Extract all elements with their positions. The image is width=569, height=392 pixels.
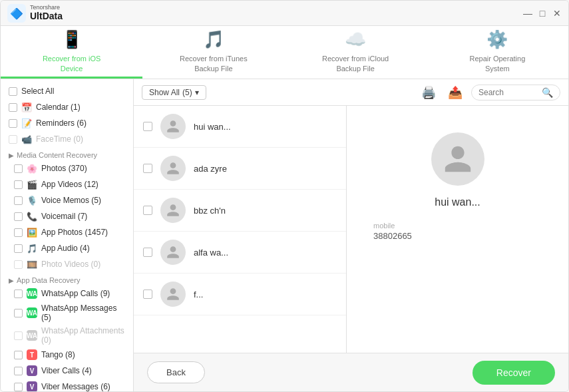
whatsapp-messages-icon: WA xyxy=(27,307,37,318)
sidebar-select-all[interactable]: Select All xyxy=(1,83,133,99)
nav-item-ios-device[interactable]: 📱 Recover from iOSDevice xyxy=(1,26,142,79)
app-audio-checkbox[interactable] xyxy=(14,244,23,253)
calendar-icon: 📅 xyxy=(21,102,32,112)
nav-label-itunes: Recover from iTunesBackup File xyxy=(180,54,248,73)
sidebar-item-viber-messages[interactable]: V Viber Messages (6) xyxy=(1,379,133,391)
person-icon xyxy=(166,161,180,176)
photos-label: Photos (370) xyxy=(41,164,87,173)
whatsapp-calls-icon: WA xyxy=(27,288,37,299)
contact-row-5[interactable]: f... xyxy=(134,274,346,315)
contact-row-1[interactable]: hui wan... xyxy=(134,106,346,148)
show-all-button[interactable]: Show All (5) ▾ xyxy=(142,85,206,100)
recover-button[interactable]: Recover xyxy=(473,361,555,385)
viber-calls-checkbox[interactable] xyxy=(14,367,23,375)
media-section-label: Media Content Recovery xyxy=(17,151,97,159)
export-button[interactable]: 📤 xyxy=(445,84,466,101)
search-input[interactable] xyxy=(478,88,538,97)
sidebar: Select All 📅 Calendar (1) 📝 Reminders (6… xyxy=(1,79,134,391)
photo-videos-checkbox[interactable] xyxy=(14,260,23,269)
facetime-icon: 📹 xyxy=(21,134,32,144)
viber-messages-icon: V xyxy=(27,381,37,391)
photos-checkbox[interactable] xyxy=(14,164,23,173)
list-detail: hui wan... ada zyre bb xyxy=(134,106,568,353)
nav-bar: 📱 Recover from iOSDevice 🎵 Recover from … xyxy=(1,26,568,79)
ios-device-icon: 📱 xyxy=(61,29,83,50)
calendar-checkbox[interactable] xyxy=(9,103,17,112)
sidebar-item-facetime[interactable]: 📹 FaceTime (0) xyxy=(1,131,133,147)
sidebar-item-app-audio[interactable]: 🎵 App Audio (4) xyxy=(1,240,133,256)
logo-text: Tenorshare UltData xyxy=(30,5,63,21)
sidebar-item-viber-calls[interactable]: V Viber Calls (4) xyxy=(1,363,133,379)
contact-row-4[interactable]: alfa wa... xyxy=(134,232,346,274)
voicemail-icon: 📞 xyxy=(27,211,37,222)
select-all-label: Select All xyxy=(21,87,54,96)
minimize-button[interactable]: — xyxy=(523,9,532,18)
sidebar-item-photos[interactable]: 🌸 Photos (370) xyxy=(1,160,133,176)
brand-bottom: UltData xyxy=(30,11,63,21)
contacts-list: hui wan... ada zyre bb xyxy=(134,106,347,353)
back-button[interactable]: Back xyxy=(147,361,205,383)
svg-text:🔷: 🔷 xyxy=(10,7,23,20)
contact-3-checkbox[interactable] xyxy=(143,206,152,215)
viber-calls-icon: V xyxy=(27,365,37,376)
media-section-header: ▶ Media Content Recovery xyxy=(1,147,133,160)
person-icon xyxy=(166,287,180,301)
logo-icon: 🔷 xyxy=(7,4,26,23)
whatsapp-messages-checkbox[interactable] xyxy=(14,309,23,317)
bottom-bar: Back Recover xyxy=(134,353,568,391)
search-box[interactable]: 🔍 xyxy=(471,85,560,100)
nav-item-icloud-backup[interactable]: ☁️ Recover from iCloudBackup File xyxy=(285,26,427,79)
sidebar-item-tango[interactable]: T Tango (8) xyxy=(1,347,133,363)
sidebar-item-photo-videos[interactable]: 🎞️ Photo Videos (0) xyxy=(1,256,133,272)
person-icon xyxy=(166,245,180,260)
detail-avatar xyxy=(431,132,484,186)
reminders-icon: 📝 xyxy=(21,118,32,128)
app-photos-icon: 🖼️ xyxy=(27,227,37,238)
viber-messages-checkbox[interactable] xyxy=(14,383,23,391)
nav-item-itunes-backup[interactable]: 🎵 Recover from iTunesBackup File xyxy=(142,26,284,79)
photo-videos-label: Photo Videos (0) xyxy=(41,260,100,269)
app-photos-checkbox[interactable] xyxy=(14,228,23,237)
show-all-count: (5) xyxy=(182,88,192,97)
nav-item-repair-os[interactable]: ⚙️ Repair OperatingSystem xyxy=(427,26,568,79)
whatsapp-calls-checkbox[interactable] xyxy=(14,290,23,298)
contact-1-checkbox[interactable] xyxy=(143,122,152,131)
detail-field-value: 38802665 xyxy=(373,231,412,241)
sidebar-item-reminders[interactable]: 📝 Reminders (6) xyxy=(1,115,133,131)
contact-4-checkbox[interactable] xyxy=(143,248,152,257)
whatsapp-attachments-checkbox[interactable] xyxy=(14,331,23,340)
contact-row-2[interactable]: ada zyre xyxy=(134,148,346,190)
print-button[interactable]: 🖨️ xyxy=(418,84,439,101)
sidebar-item-whatsapp-attachments[interactable]: WA WhatsApp Attachments (0) xyxy=(1,324,133,347)
voice-memos-checkbox[interactable] xyxy=(14,196,23,205)
sidebar-item-whatsapp-messages[interactable]: WA WhatsApp Messages (5) xyxy=(1,301,133,324)
sidebar-item-whatsapp-calls[interactable]: WA WhatsApp Calls (9) xyxy=(1,286,133,301)
sidebar-item-app-videos[interactable]: 🎬 App Videos (12) xyxy=(1,176,133,192)
facetime-label: FaceTime (0) xyxy=(36,134,83,144)
search-icon: 🔍 xyxy=(542,87,553,98)
select-all-checkbox[interactable] xyxy=(9,87,17,96)
sidebar-item-app-photos[interactable]: 🖼️ App Photos (1457) xyxy=(1,224,133,240)
content-toolbar: Show All (5) ▾ 🖨️ 📤 🔍 xyxy=(134,79,568,106)
sidebar-item-voicemail[interactable]: 📞 Voicemail (7) xyxy=(1,208,133,224)
sidebar-item-calendar[interactable]: 📅 Calendar (1) xyxy=(1,99,133,115)
maximize-button[interactable]: □ xyxy=(538,9,547,18)
sidebar-item-voice-memos[interactable]: 🎙️ Voice Memos (5) xyxy=(1,192,133,208)
contact-row-3[interactable]: bbz ch'n xyxy=(134,190,346,232)
close-button[interactable]: ✕ xyxy=(552,9,562,18)
reminders-checkbox[interactable] xyxy=(9,119,17,128)
whatsapp-messages-label: WhatsApp Messages (5) xyxy=(41,303,128,322)
app-videos-checkbox[interactable] xyxy=(14,180,23,189)
contact-5-checkbox[interactable] xyxy=(143,290,152,299)
contact-2-checkbox[interactable] xyxy=(143,164,152,173)
facetime-checkbox[interactable] xyxy=(9,135,17,144)
voicemail-checkbox[interactable] xyxy=(14,212,23,221)
tango-checkbox[interactable] xyxy=(14,351,23,359)
print-icon: 🖨️ xyxy=(421,86,436,99)
app-photos-label: App Photos (1457) xyxy=(41,228,108,237)
expand-media-icon: ▶ xyxy=(9,152,14,159)
itunes-icon: 🎵 xyxy=(203,29,224,50)
app-videos-icon: 🎬 xyxy=(27,179,37,190)
app-logo: 🔷 Tenorshare UltData xyxy=(7,4,63,23)
show-all-label: Show All xyxy=(149,88,180,97)
